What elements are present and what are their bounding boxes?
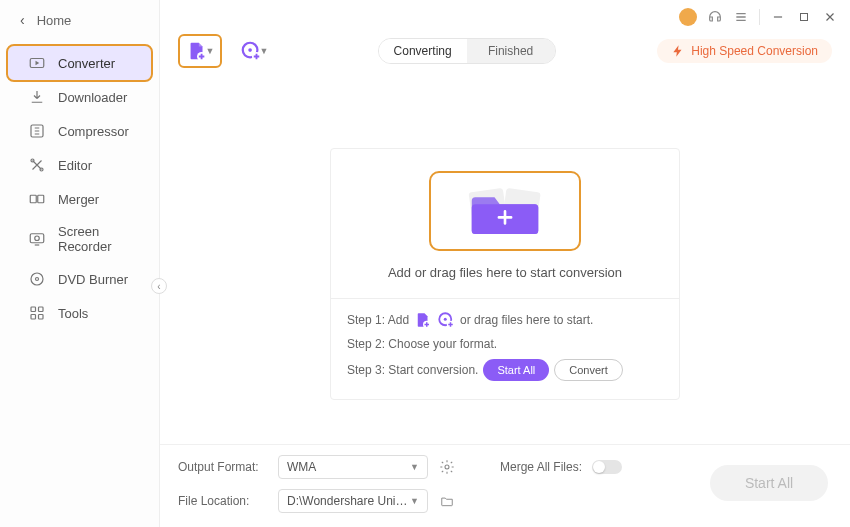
step3-text: Step 3: Start conversion. [347,363,478,377]
step1-prefix: Step 1: Add [347,313,409,327]
sidebar-item-label: Tools [58,306,88,321]
step-3: Step 3: Start conversion. Start All Conv… [347,359,663,381]
back-icon: ‹ [20,12,25,28]
start-all-step-button[interactable]: Start All [483,359,549,381]
chevron-down-icon: ▼ [410,462,419,472]
sidebar-item-label: Editor [58,158,92,173]
svg-point-8 [35,236,40,241]
sidebar-item-downloader[interactable]: Downloader [8,80,151,114]
svg-marker-1 [36,61,40,66]
menu-icon[interactable] [733,9,749,25]
center-panel: Add or drag files here to start conversi… [160,78,850,444]
step1-suffix: or drag files here to start. [460,313,593,327]
svg-rect-15 [801,14,808,21]
output-settings-icon[interactable] [438,458,456,476]
maximize-button[interactable] [796,9,812,25]
svg-rect-11 [31,307,36,312]
output-format-label: Output Format: [178,460,268,474]
screen-recorder-icon [28,230,46,248]
converter-icon [28,54,46,72]
svg-point-9 [31,273,43,285]
tab-finished[interactable]: Finished [467,39,555,63]
dvd-burner-icon [28,270,46,288]
sidebar-item-merger[interactable]: Merger [8,182,151,216]
svg-rect-14 [39,315,44,320]
add-file-icon[interactable] [414,311,432,329]
sidebar-item-dvd-burner[interactable]: DVD Burner [8,262,151,296]
high-speed-button[interactable]: High Speed Conversion [657,39,832,63]
divider [331,298,679,299]
toggle-knob [593,461,605,473]
output-format-value: WMA [287,460,316,474]
main-area: ▼ ▼ Converting Finished High Speed Conve… [160,0,850,527]
add-dvd-icon [240,40,262,62]
svg-rect-6 [38,195,44,203]
compressor-icon [28,122,46,140]
editor-icon [28,156,46,174]
chevron-down-icon: ▼ [260,46,269,56]
svg-rect-7 [30,234,44,243]
downloader-icon [28,88,46,106]
svg-point-18 [248,48,252,52]
sidebar-item-compressor[interactable]: Compressor [8,114,151,148]
sidebar-item-label: Compressor [58,124,129,139]
sidebar-item-label: DVD Burner [58,272,128,287]
sidebar-item-label: Screen Recorder [58,224,151,254]
add-buttons: ▼ ▼ [178,34,276,68]
tools-icon [28,304,46,322]
svg-point-24 [444,318,447,321]
svg-rect-13 [31,315,36,320]
add-file-button[interactable]: ▼ [178,34,222,68]
step-2: Step 2: Choose your format. [347,337,663,351]
svg-point-26 [445,465,449,469]
output-format-select[interactable]: WMA ▼ [278,455,428,479]
file-location-select[interactable]: D:\Wondershare UniConverter 1 ▼ [278,489,428,513]
step2-text: Step 2: Choose your format. [347,337,497,351]
sidebar-item-label: Converter [58,56,115,71]
lightning-icon [671,44,685,58]
svg-rect-5 [30,195,36,203]
mode-tabs: Converting Finished [378,38,556,64]
file-location-value: D:\Wondershare UniConverter 1 [287,494,410,508]
drop-panel: Add or drag files here to start conversi… [330,148,680,400]
add-files-target[interactable] [429,171,581,251]
convert-step-button[interactable]: Convert [554,359,623,381]
merger-icon [28,190,46,208]
sidebar-item-label: Merger [58,192,99,207]
user-avatar[interactable] [679,8,697,26]
folder-plus-icon [470,185,540,238]
svg-point-10 [36,278,39,281]
chevron-down-icon: ▼ [206,46,215,56]
sidebar-item-editor[interactable]: Editor [8,148,151,182]
sidebar-item-converter[interactable]: Converter [8,46,151,80]
sidebar-items: Converter Downloader Compressor Editor [0,46,159,330]
steps-list: Step 1: Add or drag files here to start.… [331,311,679,381]
close-button[interactable] [822,9,838,25]
drop-instruction: Add or drag files here to start conversi… [388,265,622,280]
start-all-button[interactable]: Start All [710,465,828,501]
sidebar: ‹ Home Converter Downloader Compresso [0,0,160,527]
titlebar [679,8,838,26]
step-1: Step 1: Add or drag files here to start. [347,311,663,329]
sidebar-item-screen-recorder[interactable]: Screen Recorder [8,216,151,262]
chevron-down-icon: ▼ [410,496,419,506]
add-dvd-button[interactable]: ▼ [232,34,276,68]
svg-rect-12 [39,307,44,312]
merge-files-toggle[interactable] [592,460,622,474]
sidebar-item-tools[interactable]: Tools [8,296,151,330]
file-location-label: File Location: [178,494,268,508]
home-label: Home [37,13,72,28]
app-window: ‹ Home Converter Downloader Compresso [0,0,850,527]
support-icon[interactable] [707,9,723,25]
high-speed-label: High Speed Conversion [691,44,818,58]
sidebar-item-label: Downloader [58,90,127,105]
merge-files-label: Merge All Files: [500,460,582,474]
tab-converting[interactable]: Converting [379,39,467,63]
minimize-button[interactable] [770,9,786,25]
add-dvd-icon[interactable] [437,311,455,329]
home-nav[interactable]: ‹ Home [0,0,159,40]
add-file-icon [186,40,208,62]
open-folder-icon[interactable] [438,492,456,510]
